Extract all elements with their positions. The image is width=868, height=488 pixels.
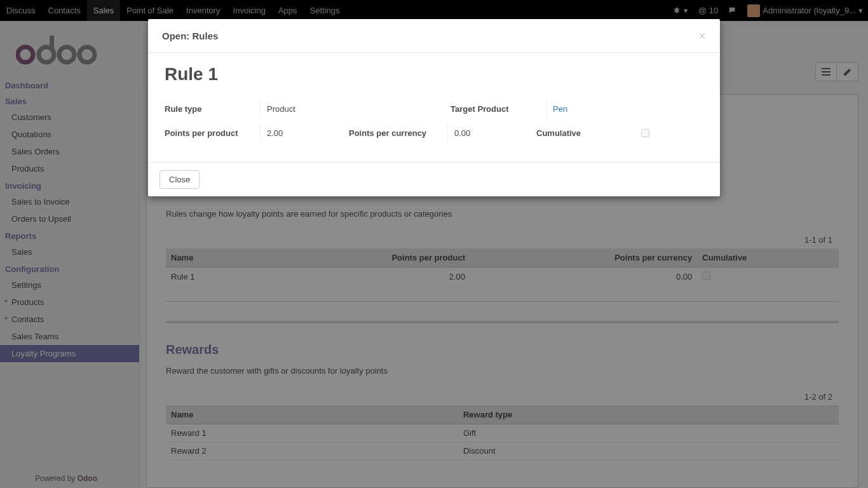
close-button[interactable]: Close bbox=[159, 170, 200, 189]
ppc-value: 0.00 bbox=[447, 124, 470, 142]
ppp-label: Points per product bbox=[165, 128, 245, 138]
rule-type-label: Rule type bbox=[165, 104, 208, 114]
rule-type-value: Product bbox=[260, 100, 295, 118]
target-product-label: Target Product bbox=[451, 104, 515, 114]
dialog-title: Open: Rules bbox=[162, 30, 218, 41]
ppp-value: 2.00 bbox=[260, 124, 283, 142]
cumulative-label: Cumulative bbox=[536, 128, 587, 138]
rules-dialog: Open: Rules × Rule 1 Rule type Product T… bbox=[148, 19, 720, 196]
ppc-label: Points per currency bbox=[349, 128, 433, 138]
rule-heading: Rule 1 bbox=[165, 64, 703, 85]
close-icon[interactable]: × bbox=[698, 29, 706, 42]
target-product-link[interactable]: Pen bbox=[553, 104, 567, 114]
cumulative-checkbox-modal bbox=[641, 129, 649, 137]
